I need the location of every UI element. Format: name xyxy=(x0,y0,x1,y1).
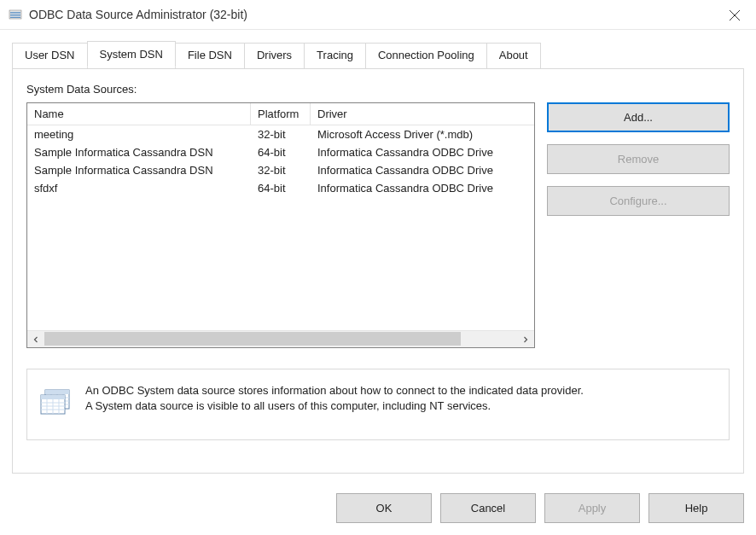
svg-rect-3 xyxy=(10,15,20,16)
scroll-track[interactable] xyxy=(44,331,517,347)
datasource-icon xyxy=(39,383,73,421)
column-header-name[interactable]: Name xyxy=(27,103,251,125)
tab-drivers[interactable]: Drivers xyxy=(244,43,305,69)
list-row[interactable]: Sample Informatica Cassandra DSN 64-bit … xyxy=(27,143,534,161)
info-text: An ODBC System data source stores inform… xyxy=(85,383,584,414)
titlebar: ODBC Data Source Administrator (32-bit) xyxy=(0,0,756,30)
configure-button: Configure... xyxy=(547,186,730,216)
cell-name: Sample Informatica Cassandra DSN xyxy=(27,143,251,161)
info-line2: A System data source is visible to all u… xyxy=(85,399,491,412)
cell-driver: Informatica Cassandra ODBC Drive xyxy=(311,179,534,197)
list-row[interactable]: Sample Informatica Cassandra DSN 32-bit … xyxy=(27,161,534,179)
cell-driver: Microsoft Access Driver (*.mdb) xyxy=(311,125,534,143)
svg-rect-16 xyxy=(41,395,65,399)
ok-button[interactable]: OK xyxy=(336,493,432,523)
tab-tracing[interactable]: Tracing xyxy=(304,43,366,69)
info-line1: An ODBC System data source stores inform… xyxy=(85,384,584,397)
tab-about[interactable]: About xyxy=(486,43,541,69)
list-row[interactable]: meeting 32-bit Microsoft Access Driver (… xyxy=(27,125,534,143)
list-body: meeting 32-bit Microsoft Access Driver (… xyxy=(27,125,534,330)
list-row[interactable]: sfdxf 64-bit Informatica Cassandra ODBC … xyxy=(27,179,534,197)
cell-platform: 64-bit xyxy=(251,143,311,161)
cell-platform: 64-bit xyxy=(251,179,311,197)
svg-rect-8 xyxy=(45,390,69,394)
cancel-button[interactable]: Cancel xyxy=(440,493,536,523)
cell-name: meeting xyxy=(27,125,251,143)
scroll-left-arrow-icon[interactable] xyxy=(27,331,44,347)
column-header-driver[interactable]: Driver xyxy=(311,103,534,125)
side-buttons: Add... Remove Configure... xyxy=(547,102,730,216)
tab-file-dsn[interactable]: File DSN xyxy=(175,43,245,69)
cell-driver: Informatica Cassandra ODBC Drive xyxy=(311,161,534,179)
column-header-platform[interactable]: Platform xyxy=(251,103,311,125)
apply-button: Apply xyxy=(544,493,640,523)
help-button[interactable]: Help xyxy=(648,493,744,523)
svg-rect-1 xyxy=(10,12,20,13)
tab-connection-pooling[interactable]: Connection Pooling xyxy=(365,43,487,69)
cell-driver: Informatica Cassandra ODBC Drive xyxy=(311,143,534,161)
tabbar: User DSN System DSN File DSN Drivers Tra… xyxy=(12,43,744,69)
tab-system-dsn[interactable]: System DSN xyxy=(87,41,176,67)
scroll-thumb[interactable] xyxy=(44,332,461,346)
cell-platform: 32-bit xyxy=(251,161,311,179)
info-box: An ODBC System data source stores inform… xyxy=(26,369,730,440)
dialog-buttons: OK Cancel Apply Help xyxy=(336,493,744,523)
cell-platform: 32-bit xyxy=(251,125,311,143)
window-title: ODBC Data Source Administrator (32-bit) xyxy=(29,8,247,21)
close-button[interactable] xyxy=(713,0,756,30)
list-label: System Data Sources: xyxy=(26,83,730,96)
scroll-right-arrow-icon[interactable] xyxy=(517,331,534,347)
tabpanel-system-dsn: System Data Sources: Name Platform Drive… xyxy=(12,68,744,474)
svg-rect-4 xyxy=(10,17,20,18)
horizontal-scrollbar[interactable] xyxy=(27,330,534,347)
list-header: Name Platform Driver xyxy=(27,103,534,125)
svg-rect-2 xyxy=(10,14,20,15)
add-button[interactable]: Add... xyxy=(547,102,730,132)
cell-name: Sample Informatica Cassandra DSN xyxy=(27,161,251,179)
tab-user-dsn[interactable]: User DSN xyxy=(12,43,88,69)
data-sources-list[interactable]: Name Platform Driver meeting 32-bit Micr… xyxy=(26,102,535,348)
remove-button: Remove xyxy=(547,144,730,174)
cell-name: sfdxf xyxy=(27,179,251,197)
odbc-icon xyxy=(9,8,22,21)
